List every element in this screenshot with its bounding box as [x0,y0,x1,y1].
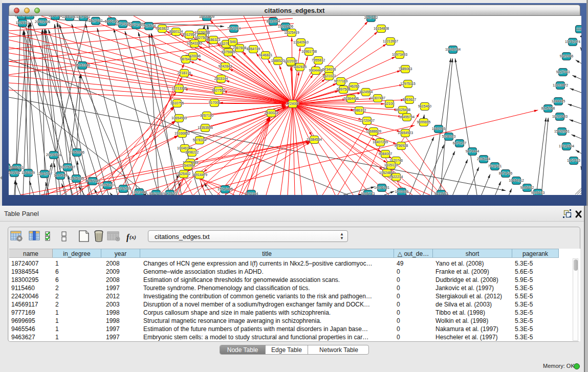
svg-text:9084007: 9084007 [379,152,393,156]
svg-text:12942757: 12942757 [37,172,52,176]
svg-text:1292344: 1292344 [245,192,258,195]
svg-text:9904448: 9904448 [309,69,323,72]
svg-text:9245612: 9245612 [520,186,534,189]
svg-text:6479197: 6479197 [453,141,467,145]
svg-text:1610755: 1610755 [170,101,184,105]
svg-text:9242843: 9242843 [219,64,232,68]
svg-text:10688609: 10688609 [366,129,381,133]
svg-text:11325419: 11325419 [284,31,299,34]
svg-text:15692951: 15692951 [554,129,570,133]
svg-text:1527602: 1527602 [77,16,91,18]
svg-text:10648784: 10648784 [445,48,461,51]
svg-text:8463627: 8463627 [403,98,417,101]
svg-text:1144519: 1144519 [54,173,67,177]
svg-text:546: 546 [230,40,236,43]
svg-text:1112: 1112 [576,27,581,31]
svg-text:9146821: 9146821 [259,53,273,57]
svg-text:16033809: 16033809 [199,16,214,18]
svg-text:10025438: 10025438 [395,108,410,112]
svg-text:7632621: 7632621 [488,164,502,168]
svg-text:19218506: 19218506 [278,25,293,28]
svg-text:7625402: 7625402 [177,172,191,176]
svg-text:987641: 987641 [180,57,192,61]
svg-text:15751074: 15751074 [565,40,580,43]
svg-text:2687682: 2687682 [364,16,378,19]
svg-text:1733426: 1733426 [395,190,409,193]
svg-text:2935114: 2935114 [477,157,490,161]
svg-text:2718176: 2718176 [178,71,191,75]
svg-text:8462108: 8462108 [149,192,163,195]
svg-text:2522214: 2522214 [389,175,403,179]
svg-text:391591: 391591 [9,171,20,174]
svg-text:6734078: 6734078 [322,68,336,71]
svg-text:1162615: 1162615 [293,65,307,69]
svg-text:1621022: 1621022 [322,74,336,78]
svg-text:20206516: 20206516 [46,153,61,157]
svg-text:1405571: 1405571 [16,21,30,25]
svg-text:7515534: 7515534 [142,24,156,28]
svg-text:(x): (x) [129,234,136,240]
svg-text:9227343: 9227343 [556,70,570,74]
svg-text:7485063: 7485063 [399,67,412,71]
svg-text:9245773: 9245773 [361,192,375,195]
svg-text:15716485: 15716485 [217,187,233,191]
svg-text:10654963: 10654963 [171,116,187,120]
svg-text:10958107: 10958107 [100,183,115,187]
svg-text:19384554: 19384554 [307,138,322,141]
svg-text:1640955: 1640955 [432,127,446,130]
svg-text:2803144: 2803144 [214,77,228,80]
svg-text:2530023: 2530023 [265,111,278,115]
svg-text:1615132: 1615132 [384,163,398,167]
svg-text:10973493: 10973493 [392,53,407,56]
svg-text:9245613: 9245613 [531,191,545,194]
svg-text:16210643: 16210643 [552,115,568,118]
svg-text:11353594: 11353594 [198,126,213,129]
svg-text:5938923: 5938923 [442,135,456,138]
svg-text:16914479: 16914479 [192,173,207,177]
svg-text:5878334: 5878334 [193,138,207,142]
svg-text:8813054: 8813054 [267,19,280,23]
svg-text:9174520: 9174520 [163,192,177,195]
svg-text:7357274: 7357274 [227,27,241,30]
svg-text:10654112: 10654112 [509,179,524,182]
svg-text:10654923: 10654923 [398,131,413,135]
svg-text:17359936: 17359936 [69,150,84,154]
svg-text:3498222: 3498222 [185,150,199,154]
svg-text:9433553: 9433553 [434,192,448,195]
svg-text:1588520: 1588520 [271,59,285,62]
svg-text:1167533: 1167533 [567,159,580,162]
svg-text:25053346: 25053346 [75,63,90,67]
svg-text:9474444: 9474444 [466,149,480,153]
svg-text:8186323: 8186323 [207,38,221,41]
svg-text:6497508: 6497508 [337,87,351,91]
svg-text:7663822: 7663822 [156,27,169,30]
svg-text:1819344: 1819344 [23,16,37,17]
svg-text:3267110: 3267110 [200,114,213,117]
svg-text:1244415: 1244415 [552,99,565,103]
svg-text:20691406: 20691406 [35,20,50,24]
svg-text:9427552: 9427552 [212,89,226,92]
svg-text:8215958: 8215958 [541,106,555,110]
svg-text:93975887: 93975887 [60,165,75,169]
svg-text:12505135: 12505135 [69,177,84,180]
svg-text:12975115: 12975115 [400,82,416,85]
svg-text:10543342: 10543342 [187,41,202,45]
svg-text:9154776: 9154776 [49,16,62,17]
svg-text:62100: 62100 [385,102,395,105]
svg-text:9777169: 9777169 [334,79,348,83]
svg-text:16961758: 16961758 [301,50,317,53]
svg-text:16154808: 16154808 [374,27,389,30]
svg-text:12213369: 12213369 [171,86,187,90]
svg-text:9756928: 9756928 [395,144,408,147]
svg-text:12093872: 12093872 [553,83,568,87]
svg-text:9329966: 9329966 [560,54,574,58]
svg-text:12213967: 12213967 [383,39,398,43]
svg-text:8375685: 8375685 [222,50,235,54]
svg-text:1527602: 1527602 [89,19,103,23]
svg-text:1724007: 1724007 [286,102,300,105]
svg-text:20364436: 20364436 [343,97,359,100]
svg-text:13640910: 13640910 [293,40,309,44]
svg-text:18407269: 18407269 [373,140,388,144]
svg-text:154099: 154099 [182,164,194,167]
svg-text:3624554: 3624554 [359,90,373,94]
